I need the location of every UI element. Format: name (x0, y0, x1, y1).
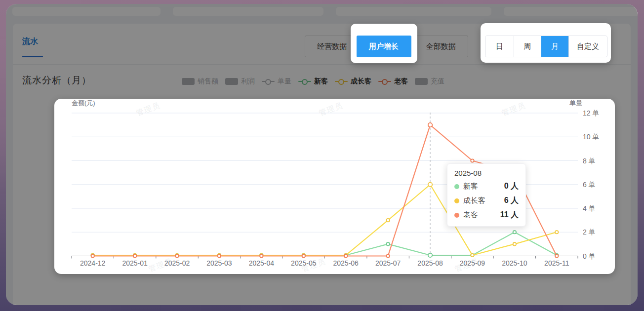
svg-text:2025-11: 2025-11 (544, 259, 569, 267)
line-chart[interactable]: 金额(元)单量0 单2 单4 单6 单8 单10 单12 单2024-12202… (54, 99, 615, 274)
tooltip-series-label: 老客 (463, 210, 478, 220)
svg-text:12 单: 12 单 (583, 109, 599, 117)
svg-text:单量: 单量 (569, 99, 582, 107)
svg-text:10 单: 10 单 (583, 133, 599, 141)
spotlight-chart: 金额(元)单量0 单2 单4 单6 单8 单10 单12 单2024-12202… (54, 99, 615, 274)
series-dot-icon (454, 213, 459, 218)
spotlight-date-range: 日周月自定义 (481, 23, 611, 63)
range-tab-周[interactable]: 周 (514, 36, 541, 57)
tooltip-row-成长客: 成长客6 人 (454, 195, 519, 206)
svg-text:6 单: 6 单 (583, 181, 596, 189)
svg-text:2025-02: 2025-02 (164, 259, 190, 267)
range-tab-自定义[interactable]: 自定义 (568, 36, 607, 57)
svg-text:2025-05: 2025-05 (291, 259, 317, 267)
svg-text:2024-12: 2024-12 (80, 259, 106, 267)
svg-text:金额(元): 金额(元) (72, 99, 95, 107)
svg-text:0 单: 0 单 (583, 252, 596, 260)
desktop-background: 流水 流水分析（月） 销售额利润单量新客成长客老客充值 经营数据用户增长全部数据… (0, 0, 644, 311)
svg-text:2025-09: 2025-09 (460, 259, 485, 267)
tooltip-series-label: 成长客 (463, 196, 485, 205)
svg-text:2025-03: 2025-03 (206, 259, 232, 267)
series-dot-icon (454, 198, 459, 203)
series-dot-icon (454, 184, 459, 189)
user-growth-button[interactable]: 用户增长 (357, 36, 411, 57)
svg-text:8 单: 8 单 (583, 157, 596, 165)
date-range-control: 日周月自定义 (485, 36, 607, 57)
tooltip-row-新客: 新客0 人 (454, 181, 519, 192)
range-tab-月[interactable]: 月 (541, 36, 568, 57)
tooltip-series-value: 11 人 (500, 210, 519, 220)
svg-text:2025-04: 2025-04 (249, 259, 275, 267)
tooltip-series-value: 0 人 (504, 181, 519, 192)
tooltip-row-老客: 老客11 人 (454, 210, 519, 220)
chart-tooltip: 2025-08 新客0 人成长客6 人老客11 人 (447, 163, 526, 227)
svg-text:4 单: 4 单 (583, 204, 596, 212)
tooltip-title: 2025-08 (454, 169, 519, 177)
svg-text:2 单: 2 单 (583, 228, 596, 236)
user-growth-button-label: 用户增长 (369, 42, 399, 51)
svg-text:2025-01: 2025-01 (122, 259, 148, 267)
svg-text:2025-08: 2025-08 (417, 259, 443, 267)
app-window: 流水 流水分析（月） 销售额利润单量新客成长客老客充值 经营数据用户增长全部数据… (6, 4, 638, 305)
range-tab-日[interactable]: 日 (485, 36, 514, 57)
svg-text:2025-06: 2025-06 (333, 259, 359, 267)
tooltip-series-label: 新客 (463, 182, 478, 191)
spotlight-user-growth: 用户增长 (351, 24, 417, 63)
svg-text:2025-07: 2025-07 (375, 259, 401, 267)
svg-text:2025-10: 2025-10 (502, 259, 527, 267)
tooltip-series-value: 6 人 (504, 195, 519, 206)
